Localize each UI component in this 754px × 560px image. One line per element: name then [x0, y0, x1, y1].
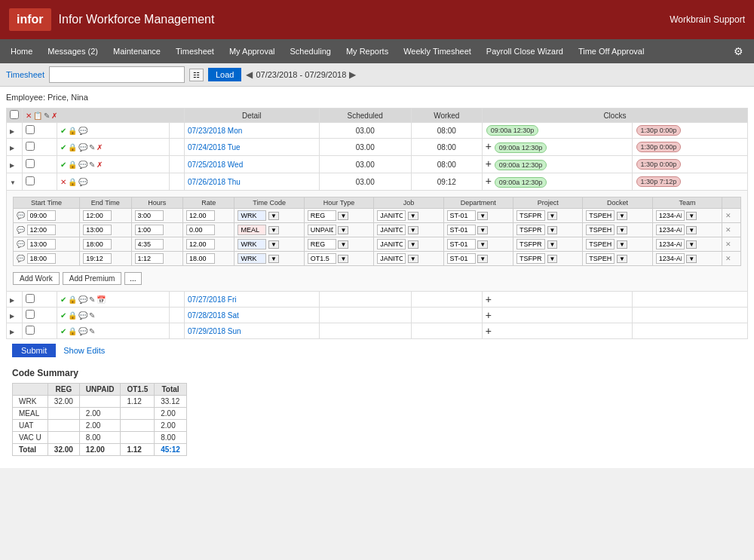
row-delete-icon[interactable]: ✕: [725, 212, 731, 219]
date-link[interactable]: 07/26/2018: [188, 178, 225, 186]
edit-icon[interactable]: ✎: [89, 143, 95, 151]
hour-type-input[interactable]: [308, 239, 336, 249]
show-edits-link[interactable]: Show Edits: [63, 346, 105, 355]
hours-input[interactable]: [135, 210, 164, 221]
remove-icon[interactable]: ✗: [97, 161, 103, 169]
add-clocks-btn[interactable]: +: [486, 309, 492, 321]
start-time-input[interactable]: [27, 253, 56, 264]
chat-icon[interactable]: 💬: [78, 311, 87, 320]
dept-select-btn[interactable]: ▼: [477, 255, 488, 263]
day-link[interactable]: Thu: [228, 178, 241, 186]
lock-icon[interactable]: 🔒: [68, 127, 77, 135]
row-checkbox[interactable]: [26, 176, 35, 185]
approve-icon[interactable]: ✔: [60, 127, 66, 135]
add-work-button[interactable]: Add Work: [13, 272, 60, 285]
time-code-input[interactable]: [238, 239, 266, 249]
start-time-input[interactable]: [27, 210, 56, 221]
row-checkbox[interactable]: [26, 294, 35, 303]
team-input[interactable]: [656, 239, 685, 249]
row-checkbox[interactable]: [26, 159, 35, 168]
day-link[interactable]: Sun: [228, 327, 241, 335]
job-input[interactable]: [377, 225, 406, 235]
approve-icon[interactable]: ✔: [60, 295, 66, 304]
time-code-select-btn[interactable]: ▼: [268, 255, 279, 263]
dept-input[interactable]: [447, 253, 476, 264]
edit-icon[interactable]: ✎: [89, 327, 95, 335]
lock-icon[interactable]: 🔒: [68, 143, 77, 151]
expand-btn[interactable]: ▶: [10, 329, 14, 335]
team-input[interactable]: [656, 225, 685, 235]
gear-icon[interactable]: ⚙: [726, 41, 751, 62]
project-select-btn[interactable]: ▼: [547, 240, 558, 249]
job-select-btn[interactable]: ▼: [408, 226, 418, 234]
docket-input[interactable]: [586, 253, 615, 264]
nav-payroll-close[interactable]: Payroll Close Wizard: [479, 42, 571, 60]
row-delete-icon[interactable]: ✕: [725, 240, 731, 248]
time-code-select-btn[interactable]: ▼: [268, 240, 279, 249]
hour-type-select-btn[interactable]: ▼: [338, 212, 348, 220]
approve-icon[interactable]: ✔: [60, 143, 66, 151]
copy-icon[interactable]: 📋: [33, 112, 42, 120]
project-input[interactable]: [516, 225, 545, 235]
edit-icon[interactable]: ✎: [89, 295, 95, 304]
day-link[interactable]: Mon: [228, 127, 242, 135]
reject-icon[interactable]: ✕: [60, 178, 66, 186]
expand-btn[interactable]: ▶: [10, 297, 14, 304]
time-code-select-btn[interactable]: ▼: [268, 212, 279, 220]
job-select-btn[interactable]: ▼: [408, 255, 418, 263]
job-select-btn[interactable]: ▼: [408, 212, 418, 220]
row-delete-icon[interactable]: ✕: [725, 226, 731, 234]
add-clocks-btn[interactable]: +: [486, 325, 492, 337]
lock-icon[interactable]: 🔒: [68, 161, 77, 169]
team-select-btn[interactable]: ▼: [686, 255, 697, 263]
rate-input[interactable]: [186, 210, 215, 221]
prev-date-btn[interactable]: ◀: [246, 69, 253, 80]
day-link[interactable]: Fri: [228, 295, 237, 304]
job-input[interactable]: [377, 239, 406, 249]
end-time-input[interactable]: [83, 253, 112, 264]
approve-icon[interactable]: ✔: [60, 311, 66, 320]
add-clocks-btn[interactable]: +: [486, 175, 492, 187]
hour-type-input[interactable]: [308, 253, 336, 264]
row-checkbox[interactable]: [26, 142, 35, 151]
calendar-icon[interactable]: 📅: [97, 295, 106, 304]
date-link[interactable]: 07/27/2018: [188, 295, 225, 304]
row-checkbox[interactable]: [26, 310, 35, 319]
chat-icon[interactable]: 💬: [78, 143, 87, 151]
team-select-btn[interactable]: ▼: [686, 226, 697, 234]
detail-chat-icon[interactable]: 💬: [17, 255, 25, 262]
time-code-select-btn[interactable]: ▼: [268, 226, 279, 234]
job-select-btn[interactable]: ▼: [408, 240, 418, 249]
load-button[interactable]: Load: [208, 68, 241, 81]
hour-type-input[interactable]: [308, 225, 336, 235]
project-input[interactable]: [516, 239, 545, 249]
hours-input[interactable]: [135, 253, 164, 264]
detail-chat-icon[interactable]: 💬: [17, 226, 25, 234]
hour-type-select-btn[interactable]: ▼: [338, 240, 348, 249]
dept-input[interactable]: [447, 225, 476, 235]
project-input[interactable]: [516, 210, 545, 221]
more-options-btn[interactable]: ...: [124, 272, 141, 285]
time-code-input[interactable]: [238, 210, 266, 221]
end-time-input[interactable]: [83, 239, 112, 249]
nav-my-approval[interactable]: My Approval: [222, 42, 283, 60]
team-input[interactable]: [656, 210, 685, 221]
expand-btn[interactable]: ▶: [10, 145, 14, 151]
add-premium-button[interactable]: Add Premium: [63, 272, 122, 285]
edit-icon[interactable]: ✎: [89, 161, 95, 169]
approve-icon[interactable]: ✔: [60, 327, 66, 335]
hour-type-select-btn[interactable]: ▼: [338, 226, 348, 234]
date-link[interactable]: 07/23/2018: [188, 127, 225, 135]
day-link[interactable]: Sat: [228, 311, 239, 320]
project-select-btn[interactable]: ▼: [547, 212, 558, 220]
day-link[interactable]: Wed: [228, 161, 243, 169]
chat-icon[interactable]: 💬: [78, 327, 87, 335]
team-input[interactable]: [656, 253, 685, 264]
time-code-input[interactable]: [238, 253, 266, 264]
row-checkbox[interactable]: [26, 326, 35, 335]
next-date-btn[interactable]: ▶: [349, 69, 356, 80]
lock-icon[interactable]: 🔒: [68, 295, 77, 304]
job-input[interactable]: [377, 210, 406, 221]
nav-weekly-timesheet[interactable]: Weekly Timesheet: [396, 42, 479, 60]
expand-btn[interactable]: ▶: [10, 162, 14, 169]
